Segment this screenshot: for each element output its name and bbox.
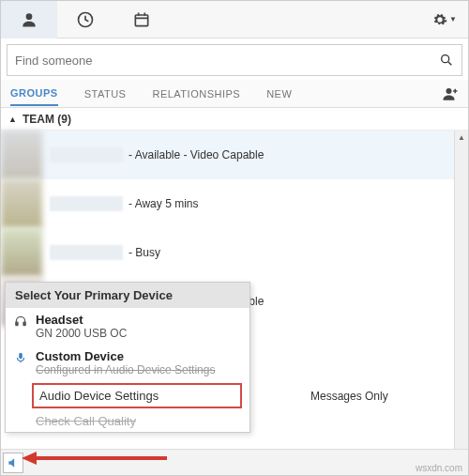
gear-icon [432, 12, 447, 27]
device-detail: Configured in Audio Device Settings [36, 363, 240, 376]
calendar-icon [132, 10, 151, 29]
audio-device-settings-link[interactable]: Audio Device Settings [32, 383, 242, 408]
device-detail: GN 2000 USB OC [36, 327, 240, 340]
settings-menu[interactable]: ▼ [421, 12, 468, 27]
contact-status: - Away 5 mins [129, 197, 198, 210]
contact-status: - Available - Video Capable [129, 148, 264, 161]
contact-name-redacted [50, 147, 123, 162]
bottom-bar [1, 449, 468, 475]
contact-row[interactable]: - Away 5 mins [1, 179, 454, 228]
group-count: (9) [57, 113, 71, 126]
device-option-custom[interactable]: Custom Device Configured in Audio Device… [6, 345, 250, 381]
scroll-track[interactable] [455, 145, 468, 447]
scroll-up-icon[interactable]: ▲ [455, 131, 468, 145]
contact-list-area: - Available - Video Capable - Away 5 min… [1, 131, 468, 461]
tab-new[interactable]: NEW [266, 83, 292, 105]
svg-rect-6 [23, 322, 25, 326]
tab-relationships[interactable]: RELATIONSHIPS [152, 83, 240, 105]
calendar-tab[interactable] [113, 1, 170, 38]
contact-row[interactable]: - Available - Video Capable [1, 131, 454, 179]
contact-name-redacted [50, 245, 123, 260]
speaker-icon [7, 456, 20, 469]
device-name: Headset [36, 313, 240, 327]
contact-name-redacted [50, 196, 123, 211]
check-call-quality-link[interactable]: Check Call Quality [6, 410, 250, 432]
chevron-down-icon: ▼ [449, 15, 457, 23]
search-icon[interactable] [439, 53, 454, 68]
tab-groups[interactable]: GROUPS [10, 82, 58, 106]
avatar [1, 131, 42, 179]
headset-icon [14, 315, 27, 328]
svg-rect-2 [135, 15, 147, 26]
watermark: wsxdn.com [416, 463, 462, 473]
svg-rect-5 [16, 322, 18, 326]
audio-device-button[interactable] [3, 453, 23, 473]
group-header[interactable]: ▲ TEAM (9) [1, 108, 468, 131]
svg-rect-7 [19, 353, 23, 359]
svg-point-3 [442, 55, 449, 63]
filter-tabs: GROUPS STATUS RELATIONSHIPS NEW [1, 80, 468, 108]
collapse-triangle-icon: ▲ [8, 115, 17, 124]
history-tab[interactable] [57, 1, 113, 38]
messages-only-label: Messages Only [310, 390, 388, 403]
avatar [1, 179, 42, 228]
device-name: Custom Device [36, 349, 240, 363]
contact-row[interactable]: - Busy [1, 228, 454, 277]
search-bar [7, 44, 462, 76]
clock-icon [76, 10, 95, 29]
audio-device-popup: Select Your Primary Device Headset GN 20… [5, 282, 250, 433]
svg-point-0 [26, 13, 33, 20]
vertical-scrollbar[interactable]: ▲ ▼ [454, 131, 468, 461]
tab-status[interactable]: STATUS [84, 83, 127, 105]
avatar [1, 228, 42, 277]
group-name: TEAM [23, 113, 54, 126]
contact-status: - Busy [129, 246, 160, 259]
add-contact-button[interactable] [442, 85, 459, 102]
contacts-tab[interactable] [1, 1, 57, 38]
svg-point-4 [446, 88, 452, 94]
mic-icon [14, 351, 27, 364]
top-icon-bar: ▼ [1, 1, 468, 38]
person-icon [20, 10, 38, 29]
device-option-headset[interactable]: Headset GN 2000 USB OC [6, 308, 250, 345]
search-input[interactable] [15, 54, 439, 68]
add-contact-icon [442, 85, 459, 102]
popup-title: Select Your Primary Device [6, 283, 250, 308]
